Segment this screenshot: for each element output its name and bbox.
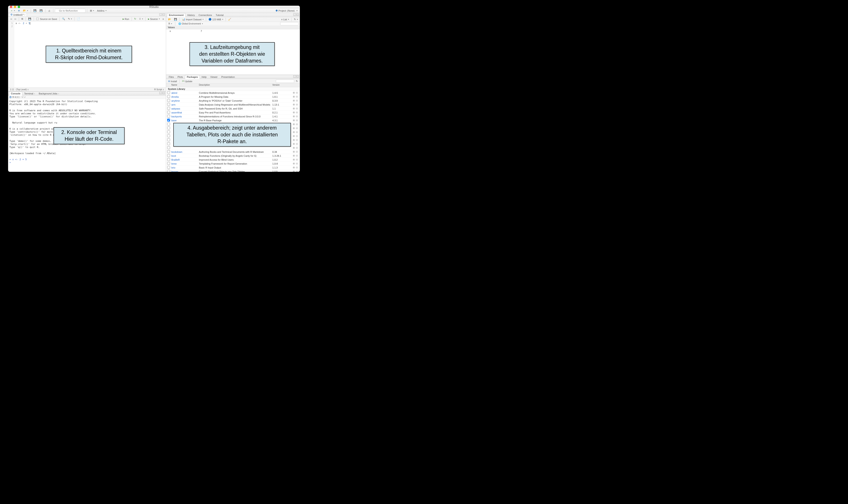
pkg-web-icon[interactable]: ⊕ [293, 143, 295, 145]
tab-history[interactable]: History [185, 13, 197, 17]
save-button[interactable]: 💾 [27, 17, 32, 21]
pkg-remove-icon[interactable]: × [296, 107, 298, 110]
pkg-row[interactable]: baseThe R Base Package4.3.1⊕× [166, 119, 300, 122]
pkg-remove-icon[interactable]: × [296, 166, 298, 169]
pkg-web-icon[interactable]: ⊕ [293, 150, 295, 153]
pkg-name[interactable]: assertthat [171, 111, 199, 114]
pkg-web-icon[interactable]: ⊕ [293, 170, 295, 172]
pkg-web-icon[interactable]: ⊕ [293, 166, 295, 169]
pkg-remove-icon[interactable]: × [296, 139, 298, 141]
print-button[interactable]: 🖨 [47, 9, 52, 13]
pkg-checkbox[interactable] [167, 107, 170, 110]
pkg-remove-icon[interactable]: × [296, 147, 298, 149]
pkg-web-icon[interactable]: ⊕ [293, 135, 295, 137]
pkg-web-icon[interactable]: ⊕ [293, 103, 295, 106]
pkg-search-input[interactable] [276, 79, 294, 83]
pkg-row[interactable]: armData Analysis Using Regression and Mu… [166, 103, 300, 107]
pkg-checkbox[interactable] [167, 166, 170, 169]
show-in-new-button[interactable]: ⧉ [20, 17, 24, 21]
pkg-web-icon[interactable]: ⊕ [293, 107, 295, 110]
source-on-save-toggle[interactable]: Source on Save [35, 17, 58, 21]
rerun-button[interactable]: ↻ [133, 17, 137, 21]
pkg-name[interactable]: Amelia [171, 95, 199, 98]
back-button[interactable]: ◅ [9, 17, 13, 21]
compile-report-button[interactable]: 📄 [76, 17, 81, 21]
pkg-checkbox[interactable] [167, 95, 170, 98]
pkg-remove-icon[interactable]: × [296, 135, 298, 137]
pkg-remove-icon[interactable]: × [296, 103, 298, 106]
source-tab[interactable]: Ⓡ Untitled1* × [9, 13, 27, 16]
tab-help[interactable]: Help [200, 75, 209, 79]
pkg-web-icon[interactable]: ⊕ [293, 131, 295, 133]
pkg-checkbox[interactable] [167, 127, 170, 129]
pkg-name[interactable]: boot [171, 155, 199, 157]
install-button[interactable]: ⊕ Install [167, 79, 178, 83]
save-all-button[interactable]: 💾 [38, 8, 44, 13]
pkg-name[interactable]: abind [171, 92, 199, 94]
memory-indicator[interactable]: 🔵 123 MiB▾ [208, 17, 224, 21]
tab-bg-jobs[interactable]: Background Jobs × [37, 92, 61, 95]
load-workspace-button[interactable]: 📂 [167, 17, 172, 21]
pkg-remove-icon[interactable]: × [296, 119, 298, 122]
open-file-button[interactable]: 📂▾ [22, 8, 29, 13]
pkg-remove-icon[interactable]: × [296, 127, 298, 129]
pkg-remove-icon[interactable]: × [296, 150, 298, 153]
pkg-row[interactable]: brewTemplating Framework for Report Gene… [166, 162, 300, 166]
tab-tutorial[interactable]: Tutorial [214, 13, 225, 17]
grid-button[interactable]: ▦▾ [89, 8, 95, 13]
pkg-checkbox[interactable] [167, 150, 170, 153]
tab-presentation[interactable]: Presentation [220, 75, 237, 79]
pkg-row[interactable]: broomConvert Statistical Objects into Ti… [166, 169, 300, 172]
refresh-button[interactable]: ↻ [295, 79, 299, 83]
pkg-remove-icon[interactable]: × [296, 162, 298, 165]
goto-input[interactable] [55, 9, 86, 13]
env-variable-row[interactable]: x 7 [166, 29, 300, 33]
forward-button[interactable]: ▻ [14, 17, 17, 21]
import-dataset-button[interactable]: 📊 Import Dataset▾ [181, 17, 204, 21]
clear-workspace-button[interactable]: 🧹 [227, 17, 232, 21]
maximize-pane-icon[interactable]: □ [162, 92, 165, 94]
update-button[interactable]: ⟳ Update [181, 79, 194, 83]
pkg-remove-icon[interactable]: × [296, 100, 298, 102]
pkg-remove-icon[interactable]: × [296, 111, 298, 114]
pkg-web-icon[interactable]: ⊕ [293, 127, 295, 129]
pkg-row[interactable]: bookdownAuthoring Books and Technical Do… [166, 150, 300, 154]
pkg-checkbox[interactable] [167, 119, 170, 122]
pkg-checkbox[interactable] [167, 103, 170, 106]
pkg-web-icon[interactable]: ⊕ [293, 123, 295, 125]
pkg-web-icon[interactable]: ⊕ [293, 155, 295, 157]
pkg-remove-icon[interactable]: × [296, 170, 298, 172]
save-workspace-button[interactable]: 💾 [173, 17, 178, 21]
pkg-checkbox[interactable] [167, 111, 170, 114]
pkg-row[interactable]: abindCombine Multidimensional Arrays1.4-… [166, 91, 300, 95]
pkg-web-icon[interactable]: ⊕ [293, 115, 295, 118]
pkg-remove-icon[interactable]: × [296, 155, 298, 157]
outline-button[interactable]: ≡ [162, 17, 165, 21]
pkg-remove-icon[interactable]: × [296, 131, 298, 133]
addins-button[interactable]: Addins▾ [96, 9, 108, 13]
tab-environment[interactable]: Environment [167, 13, 185, 17]
pkg-checkbox[interactable] [167, 162, 170, 165]
source-button[interactable]: ▶Source▾ [147, 17, 161, 21]
pkg-checkbox[interactable] [167, 91, 170, 94]
tab-terminal[interactable]: Terminal × [22, 92, 37, 95]
close-icon[interactable]: × [24, 14, 25, 16]
refresh-button[interactable]: ↻▾ [293, 17, 299, 21]
pkg-name[interactable]: arm [171, 103, 199, 106]
pkg-name[interactable]: base [171, 119, 199, 122]
maximize-pane-icon[interactable]: □ [296, 14, 299, 16]
pkg-remove-icon[interactable]: × [296, 115, 298, 118]
pkg-name[interactable]: broom [171, 170, 199, 172]
pkg-row[interactable]: bootBootstrap Functions (Originally by A… [166, 154, 300, 158]
pkg-remove-icon[interactable]: × [296, 123, 298, 125]
maximize-pane-icon[interactable]: □ [296, 75, 299, 77]
pkg-checkbox[interactable] [167, 99, 170, 102]
pkg-remove-icon[interactable]: × [296, 159, 298, 161]
tab-console[interactable]: Console [9, 92, 22, 95]
pkg-web-icon[interactable]: ⊕ [293, 162, 295, 165]
pkg-web-icon[interactable]: ⊕ [293, 111, 295, 114]
pkg-web-icon[interactable]: ⊕ [293, 100, 295, 102]
pkg-web-icon[interactable]: ⊕ [293, 92, 295, 94]
project-menu[interactable]: ⬢ Project: (None)▾ [274, 8, 299, 13]
pkg-checkbox[interactable] [167, 123, 170, 125]
